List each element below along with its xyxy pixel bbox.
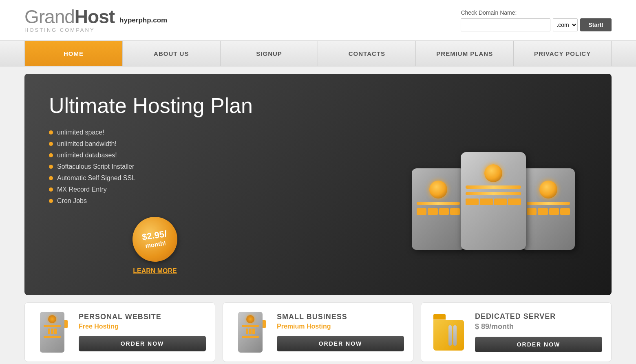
- vent-bar: [538, 208, 548, 215]
- plan-info-dedicated: DEDICATED SERVER $ 89/month ORDER NOW: [475, 313, 602, 352]
- nav-item-about[interactable]: ABOUT US: [123, 41, 221, 66]
- vent-bar: [560, 208, 570, 215]
- vent-bar: [494, 199, 507, 205]
- server-tower-icon: [40, 312, 64, 353]
- domain-input[interactable]: [461, 18, 550, 31]
- hero-image: [400, 119, 587, 250]
- tower-stripe: [242, 325, 259, 327]
- nav-link-privacy[interactable]: PRIVACY POLICY: [514, 41, 611, 66]
- plan-subtitle-personal: Free Hosting: [79, 323, 206, 330]
- order-button-business[interactable]: ORDER NOW: [277, 336, 404, 351]
- order-button-personal[interactable]: ORDER NOW: [79, 336, 206, 351]
- server-stripe: [466, 185, 521, 189]
- plan-card-business: SMALL BUSINESS Premium Hosting ORDER NOW: [223, 302, 413, 362]
- server-left: [412, 168, 465, 250]
- plan-card-dedicated: DEDICATED SERVER $ 89/month ORDER NOW: [421, 302, 612, 362]
- nav: HOME ABOUT US SIGNUP CONTACTS PREMIUM PL…: [0, 41, 636, 66]
- plan-title-business: SMALL BUSINESS: [277, 313, 404, 321]
- order-button-dedicated[interactable]: ORDER NOW: [475, 337, 602, 352]
- domain-select[interactable]: .com .net .org .info: [553, 18, 578, 31]
- server-stripe: [527, 202, 570, 205]
- hero-features: unlimited space! unlimited bandwidth! un…: [49, 129, 261, 205]
- domain-row: .com .net .org .info Start!: [461, 18, 612, 31]
- nav-item-signup[interactable]: SIGNUP: [221, 41, 318, 66]
- plan-subtitle-business: Premium Hosting: [277, 323, 404, 330]
- bullet-icon: [49, 199, 53, 203]
- vent-bar: [549, 208, 559, 215]
- plan-card-personal: PERSONAL WEBSITE Free Hosting ORDER NOW: [24, 302, 215, 362]
- tower-stripe: [44, 336, 61, 338]
- hero-banner: Ultimate Hosting Plan unlimited space! u…: [24, 74, 612, 295]
- feature-4: Softaculous Script Installer: [49, 163, 261, 170]
- plan-info-personal: PERSONAL WEBSITE Free Hosting ORDER NOW: [79, 313, 206, 351]
- tower-stripe: [44, 325, 61, 327]
- price-badge: $2.95/ month!: [130, 214, 180, 265]
- vent-bar: [428, 208, 437, 215]
- plan-title-personal: PERSONAL WEBSITE: [79, 313, 206, 321]
- server-stripe: [417, 202, 460, 205]
- vent-bar: [246, 329, 248, 334]
- nav-link-home[interactable]: HOME: [25, 41, 122, 66]
- nav-link-about[interactable]: ABOUT US: [123, 41, 220, 66]
- start-button[interactable]: Start!: [580, 18, 612, 31]
- nav-link-contacts[interactable]: CONTACTS: [318, 41, 415, 66]
- server-eye-left: [429, 181, 447, 199]
- feature-3: unlimited databases!: [49, 152, 261, 159]
- plan-icon-dedicated: [430, 314, 467, 351]
- folder-ring: [453, 325, 457, 346]
- nav-link-signup[interactable]: SIGNUP: [221, 41, 318, 66]
- folder-ring2: [448, 325, 452, 346]
- learn-more-link[interactable]: LEARN MORE: [133, 267, 177, 275]
- plan-icon-business: [232, 312, 269, 353]
- vent-bar: [480, 199, 493, 205]
- feature-1: unlimited space!: [49, 129, 261, 136]
- header: GrandHost HOSTING COMPANY hyperphp.com C…: [0, 0, 636, 41]
- nav-item-home[interactable]: HOME: [24, 41, 123, 66]
- server-vent: [466, 199, 521, 205]
- nav-item-premium[interactable]: PREMIUM PLANS: [416, 41, 514, 66]
- folder-tab: [433, 314, 446, 320]
- server-right: [522, 168, 575, 250]
- vent-bar: [249, 329, 252, 334]
- logo-sub: HOSTING COMPANY: [24, 27, 115, 33]
- vent-bar: [54, 329, 57, 334]
- bullet-icon: [49, 176, 53, 180]
- logo-area: GrandHost HOSTING COMPANY hyperphp.com: [24, 7, 167, 33]
- plan-title-dedicated: DEDICATED SERVER: [475, 313, 602, 321]
- vent-bar: [51, 329, 53, 334]
- logo-text: GrandHost HOSTING COMPANY: [24, 7, 115, 33]
- domain-label: Check Domain Name:: [461, 9, 517, 16]
- plan-icon-personal: [34, 312, 71, 353]
- server-eye-right: [539, 181, 557, 199]
- bullet-icon: [49, 142, 53, 146]
- tower-eye-icon: [246, 315, 254, 323]
- bullet-icon: [49, 130, 53, 135]
- vent-bar: [417, 208, 426, 215]
- plan-subtitle-dedicated: $ 89/month: [475, 322, 602, 331]
- plan-info-business: SMALL BUSINESS Premium Hosting ORDER NOW: [277, 313, 404, 351]
- feature-5: Automatic Self Signed SSL: [49, 174, 261, 182]
- nav-list: HOME ABOUT US SIGNUP CONTACTS PREMIUM PL…: [24, 41, 612, 66]
- server-vent: [527, 208, 570, 215]
- tower-stripe: [242, 336, 259, 338]
- server-main: [461, 152, 526, 250]
- folder-icon: [433, 314, 464, 351]
- nav-item-contacts[interactable]: CONTACTS: [318, 41, 416, 66]
- tower-vent: [48, 329, 57, 334]
- logo-name: GrandHost: [24, 7, 115, 26]
- server-tower-icon-2: [238, 312, 263, 353]
- server-vent: [417, 208, 460, 215]
- feature-6: MX Record Entry: [49, 186, 261, 193]
- vent-bar: [466, 199, 479, 205]
- vent-bar: [439, 208, 449, 215]
- price-text: $2.95/ month!: [141, 229, 169, 250]
- tower-eye-icon: [48, 315, 56, 323]
- feature-7: Cron Jobs: [49, 197, 261, 205]
- plans-section: PERSONAL WEBSITE Free Hosting ORDER NOW …: [24, 302, 612, 362]
- vent-bar: [508, 199, 521, 205]
- server-eye-main: [484, 164, 502, 182]
- nav-item-privacy[interactable]: PRIVACY POLICY: [514, 41, 612, 66]
- bullet-icon: [49, 153, 53, 157]
- nav-link-premium[interactable]: PREMIUM PLANS: [416, 41, 513, 66]
- vent-bar: [450, 208, 460, 215]
